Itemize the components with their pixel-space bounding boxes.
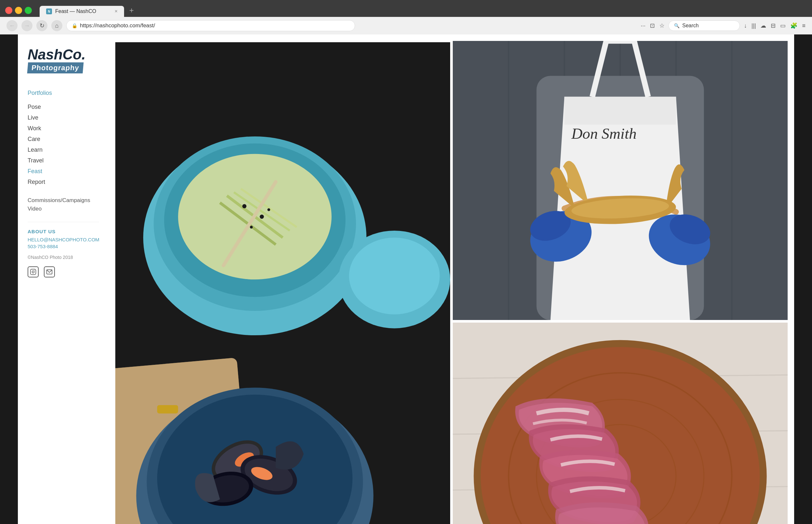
email-link[interactable]: HELLO@NASHCOPHOTO.COM [28, 237, 99, 242]
nav-link-work[interactable]: Work [28, 125, 41, 132]
sidebar-divider [28, 222, 99, 222]
svg-point-16 [260, 215, 264, 219]
nav-item-travel[interactable]: Travel [28, 155, 99, 166]
download-icon[interactable]: ↓ [744, 22, 747, 29]
address-bar[interactable]: 🔒 https://nashcophoto.com/feast/ [66, 20, 355, 31]
home-button[interactable]: ⌂ [51, 20, 62, 31]
tab-bar: N Feast — NashCO × + [39, 4, 136, 17]
tab-title: Feast — NashCO [55, 9, 111, 14]
svg-point-17 [250, 226, 253, 229]
tab-favicon: N [46, 9, 52, 14]
phone-number: 503-753-8884 [28, 244, 58, 249]
email-icon[interactable] [44, 266, 55, 277]
new-tab-button[interactable]: + [127, 4, 136, 17]
page-wrapper: NashCo. Photography Portfolios Pose Live… [18, 34, 794, 524]
bookmark-icon[interactable]: ☆ [659, 22, 665, 29]
sync-icon[interactable]: ☁ [760, 22, 766, 29]
traffic-lights [5, 7, 32, 14]
commissions-link[interactable]: Commissions/Campaigns [28, 197, 99, 204]
extensions-icon[interactable]: 🧩 [790, 22, 797, 29]
forward-button[interactable]: → [21, 20, 32, 31]
about-us-label[interactable]: ABOUT US [28, 229, 99, 234]
url-display: https://nashcophoto.com/feast/ [80, 22, 349, 29]
active-tab[interactable]: N Feast — NashCO × [39, 6, 124, 17]
svg-point-15 [242, 204, 247, 208]
back-button[interactable]: ← [6, 20, 18, 31]
secure-icon: 🔒 [72, 23, 77, 28]
svg-rect-0 [31, 269, 36, 275]
minimize-button[interactable] [15, 7, 22, 14]
nav-item-care[interactable]: Care [28, 134, 99, 145]
nav-link-care[interactable]: Care [28, 136, 40, 142]
title-bar: N Feast — NashCO × + [0, 0, 812, 17]
logo-nashco: NashCo. [28, 47, 85, 62]
close-button[interactable] [5, 7, 12, 14]
instagram-icon[interactable] [28, 266, 39, 277]
photo-cell-left[interactable] [115, 41, 450, 524]
logo[interactable]: NashCo. Photography [28, 47, 99, 73]
sidebar: NashCo. Photography Portfolios Pose Live… [18, 34, 109, 524]
nav-link-travel[interactable]: Travel [28, 157, 44, 164]
nav-item-feast[interactable]: Feast [28, 166, 99, 177]
logo-box: Photography [27, 62, 84, 73]
svg-text:Don Smith: Don Smith [571, 125, 636, 142]
screenshot-icon[interactable]: ▭ [780, 22, 786, 29]
photo-grid: Don Smith [109, 34, 794, 524]
logo-photography: Photography [31, 64, 80, 72]
reload-button[interactable]: ↻ [36, 20, 47, 31]
browser-toolbar: ← → ↻ ⌂ 🔒 https://nashcophoto.com/feast/… [0, 17, 812, 34]
main-menu-icon[interactable]: ≡ [802, 22, 806, 29]
contact-info: HELLO@NASHCOPHOTO.COM 503-753-8884 [28, 237, 99, 249]
sidebar-extra-links: Commissions/Campaigns Video [28, 197, 99, 212]
nav-item-learn[interactable]: Learn [28, 145, 99, 155]
nav-link-report[interactable]: Report [28, 179, 45, 185]
copyright-text: ©NashCO Photo 2018 [28, 255, 99, 260]
nav-link-learn[interactable]: Learn [28, 147, 43, 153]
nav-item-pose[interactable]: Pose [28, 102, 99, 112]
search-input[interactable]: Search [682, 23, 699, 29]
social-icons [28, 266, 99, 277]
search-box[interactable]: 🔍 Search [668, 20, 740, 31]
maximize-button[interactable] [25, 7, 32, 14]
video-link[interactable]: Video [28, 206, 99, 212]
toolbar-icons: ··· ⊡ ☆ [641, 22, 665, 29]
photo-cell-bottom-right[interactable] [453, 323, 788, 524]
svg-point-2 [34, 270, 35, 271]
search-icon: 🔍 [674, 23, 679, 28]
tab-close-button[interactable]: × [115, 9, 118, 14]
photo-cell-top-right[interactable]: Don Smith [453, 41, 788, 320]
pocket-icon[interactable]: ⊡ [650, 22, 655, 29]
nav-link-pose[interactable]: Pose [28, 104, 41, 110]
nav-item-live[interactable]: Live [28, 112, 99, 123]
svg-point-18 [267, 208, 270, 211]
reader-view-icon[interactable]: ⊟ [771, 22, 776, 29]
nav-item-report[interactable]: Report [28, 177, 99, 187]
nav-link-live[interactable]: Live [28, 114, 38, 121]
overflow-menu-icon[interactable]: ··· [641, 22, 645, 29]
svg-rect-20 [157, 405, 178, 413]
svg-point-1 [32, 271, 34, 273]
browser-chrome: N Feast — NashCO × + ← → ↻ ⌂ 🔒 https://n… [0, 0, 812, 34]
nav-item-work[interactable]: Work [28, 123, 99, 134]
browser-action-icons: ↓ ||| ☁ ⊟ ▭ 🧩 ≡ [744, 22, 806, 29]
portfolios-section-label: Portfolios [28, 90, 99, 97]
portfolio-nav-list: Pose Live Work Care Learn Travel Feast R… [28, 102, 99, 187]
library-icon[interactable]: ||| [751, 22, 756, 29]
nav-link-feast[interactable]: Feast [28, 168, 42, 175]
svg-point-22 [349, 238, 440, 314]
